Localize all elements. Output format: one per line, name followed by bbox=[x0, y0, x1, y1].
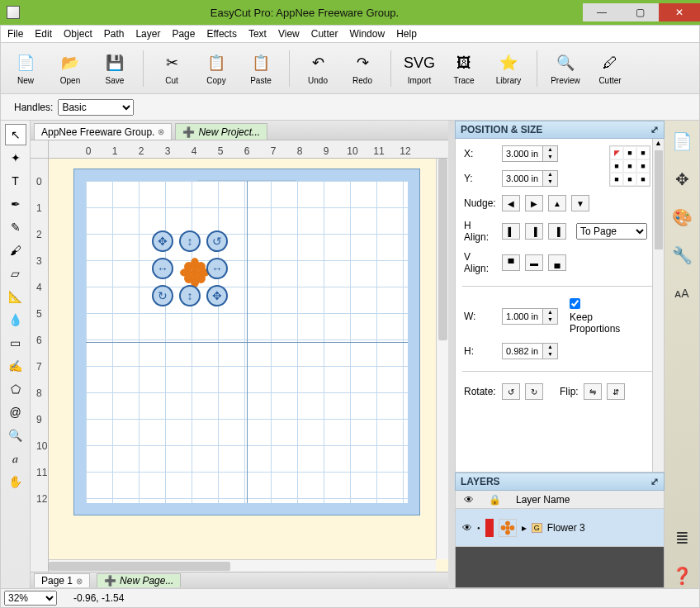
dropper-tool[interactable]: 💧 bbox=[5, 309, 26, 330]
halign-right-button[interactable]: ▐ bbox=[548, 223, 566, 240]
y-input[interactable]: ▲▼ bbox=[502, 170, 558, 187]
nudge-up-button[interactable]: ▲ bbox=[548, 195, 566, 211]
position-size-header[interactable]: POSITION & SIZE ⤢ bbox=[455, 121, 665, 139]
wrench-icon[interactable]: 🔧 bbox=[669, 243, 694, 268]
type-tool[interactable]: T bbox=[5, 170, 26, 192]
disclosure-icon[interactable]: ▸ bbox=[522, 522, 527, 534]
flip-h-button[interactable]: ⇋ bbox=[584, 383, 602, 400]
handle-rotate-icon[interactable]: ↺ bbox=[206, 230, 228, 252]
save-button[interactable]: 💾Save bbox=[98, 51, 131, 85]
expand-icon[interactable]: ⤢ bbox=[650, 476, 659, 487]
menu-page[interactable]: Page bbox=[172, 28, 195, 40]
nudge-left-button[interactable]: ◀ bbox=[502, 195, 520, 211]
handle-scale-h-icon[interactable]: ↔ bbox=[152, 258, 173, 279]
ruler-vertical[interactable]: 0123456789101112 bbox=[31, 159, 49, 572]
layer-name[interactable]: Flower 3 bbox=[547, 522, 585, 534]
handle-rotate-icon[interactable]: ↻ bbox=[152, 285, 173, 306]
open-button[interactable]: 📂Open bbox=[54, 51, 87, 85]
eye-icon[interactable]: 👁 bbox=[462, 522, 472, 534]
measure-tool[interactable]: 📐 bbox=[5, 286, 26, 307]
handles-select[interactable]: Basic bbox=[58, 99, 134, 116]
halign-center-button[interactable]: ▐ bbox=[525, 223, 543, 240]
menu-edit[interactable]: Edit bbox=[35, 28, 52, 40]
scrollbar-horizontal[interactable] bbox=[49, 559, 436, 572]
nudge-right-button[interactable]: ▶ bbox=[525, 195, 543, 211]
trace-button[interactable]: 🖼Trace bbox=[447, 51, 480, 85]
valign-bottom-button[interactable]: ▄ bbox=[548, 254, 566, 271]
menu-path[interactable]: Path bbox=[104, 28, 125, 40]
valign-middle-button[interactable]: ▬ bbox=[525, 254, 543, 271]
layer-row[interactable]: 👁 ● ▸ G Flower 3 bbox=[455, 509, 665, 547]
library-button[interactable]: ⭐Library bbox=[492, 51, 525, 85]
copy-button[interactable]: 📋Copy bbox=[200, 51, 233, 85]
layers-icon[interactable]: ≣ bbox=[669, 525, 694, 550]
rotate-cw-button[interactable]: ↻ bbox=[525, 383, 543, 400]
pencil-tool[interactable]: ✎ bbox=[5, 216, 26, 238]
keep-proportions-checkbox[interactable] bbox=[570, 298, 580, 309]
menu-view[interactable]: View bbox=[278, 28, 300, 40]
close-button[interactable]: ✕ bbox=[659, 3, 700, 21]
new-button[interactable]: 📄New bbox=[9, 51, 42, 85]
anchor-grid[interactable]: ◤■■ ■■■ ■■■ bbox=[609, 145, 650, 187]
arrow-tool[interactable]: ↖ bbox=[5, 124, 26, 145]
selected-shape-flower[interactable] bbox=[180, 258, 210, 287]
preview-button[interactable]: 🔍Preview bbox=[549, 51, 582, 85]
import-button[interactable]: SVGImport bbox=[403, 51, 436, 85]
handle-move-icon[interactable]: ✥ bbox=[206, 285, 228, 306]
brush-tool[interactable]: 🖌 bbox=[5, 240, 26, 261]
paste-button[interactable]: 📋Paste bbox=[244, 51, 277, 85]
move-icon[interactable]: ✥ bbox=[669, 167, 694, 192]
new-project-tab[interactable]: ➕New Project... bbox=[175, 123, 267, 140]
x-input[interactable]: ▲▼ bbox=[502, 145, 558, 162]
handle-scale-v-icon[interactable]: ↕ bbox=[179, 285, 201, 306]
zoom-select[interactable]: 32% bbox=[4, 591, 57, 606]
pen-tool[interactable]: ✒ bbox=[5, 193, 26, 215]
menu-text[interactable]: Text bbox=[248, 28, 267, 40]
panel-splitter[interactable] bbox=[448, 121, 455, 588]
scrollbar-vertical[interactable] bbox=[436, 159, 448, 559]
handle-move-icon[interactable]: ✥ bbox=[152, 230, 173, 252]
help-icon[interactable]: ❓ bbox=[669, 563, 694, 588]
rotate-ccw-button[interactable]: ↺ bbox=[502, 383, 520, 400]
menu-effects[interactable]: Effects bbox=[206, 28, 236, 40]
menu-file[interactable]: File bbox=[7, 28, 23, 40]
nudge-down-button[interactable]: ▼ bbox=[571, 195, 589, 211]
panel-scrollbar[interactable]: ▲ bbox=[652, 139, 664, 472]
text-icon[interactable]: ᴀA bbox=[669, 281, 694, 306]
close-icon[interactable]: ⊗ bbox=[76, 577, 83, 586]
menu-help[interactable]: Help bbox=[396, 28, 417, 40]
ruler-horizontal[interactable]: 0123456789101112 bbox=[49, 140, 448, 159]
menu-object[interactable]: Object bbox=[64, 28, 92, 40]
eraser-tool[interactable]: ▱ bbox=[5, 263, 26, 284]
rect-tool[interactable]: ▭ bbox=[5, 332, 26, 354]
handle-scale-h-icon[interactable]: ↔ bbox=[206, 258, 228, 279]
poly-tool[interactable]: ⬠ bbox=[5, 378, 26, 400]
close-icon[interactable]: ⊗ bbox=[158, 127, 164, 136]
document-icon[interactable]: 📄 bbox=[669, 129, 694, 154]
handle-scale-v-icon[interactable]: ↕ bbox=[179, 230, 201, 252]
color-swatch[interactable] bbox=[485, 519, 494, 537]
align-reference-select[interactable]: To Page bbox=[576, 223, 647, 240]
cutter-button[interactable]: 🖊Cutter bbox=[594, 51, 627, 85]
menu-layer[interactable]: Layer bbox=[135, 28, 160, 40]
w-input[interactable]: ▲▼ bbox=[502, 308, 558, 325]
menu-window[interactable]: Window bbox=[349, 28, 385, 40]
node-tool[interactable]: ✦ bbox=[5, 147, 26, 169]
spiral-tool[interactable]: @ bbox=[5, 401, 26, 423]
palette-icon[interactable]: 🎨 bbox=[669, 205, 694, 230]
document-tab[interactable]: AppNee Freeware Group.⊗ bbox=[34, 123, 172, 140]
hand-tool[interactable]: ✋ bbox=[5, 471, 26, 492]
new-page-tab[interactable]: ➕ New Page... bbox=[97, 573, 181, 587]
canvas[interactable]: ▲ bbox=[49, 159, 448, 572]
layers-header[interactable]: LAYERS ⤢ bbox=[455, 473, 665, 491]
redo-button[interactable]: ↷Redo bbox=[346, 51, 379, 85]
page-tab[interactable]: Page 1 ⊗ bbox=[34, 573, 90, 587]
minimize-button[interactable]: — bbox=[583, 3, 621, 21]
text-tool[interactable]: 𝑎 bbox=[5, 448, 26, 469]
zoom-tool[interactable]: 🔍 bbox=[5, 425, 26, 446]
draw-tool[interactable]: ✍ bbox=[5, 355, 26, 377]
cut-button[interactable]: ✂Cut bbox=[155, 51, 188, 85]
undo-button[interactable]: ↶Undo bbox=[301, 51, 334, 85]
h-input[interactable]: ▲▼ bbox=[502, 343, 558, 359]
flip-v-button[interactable]: ⇵ bbox=[607, 383, 625, 400]
